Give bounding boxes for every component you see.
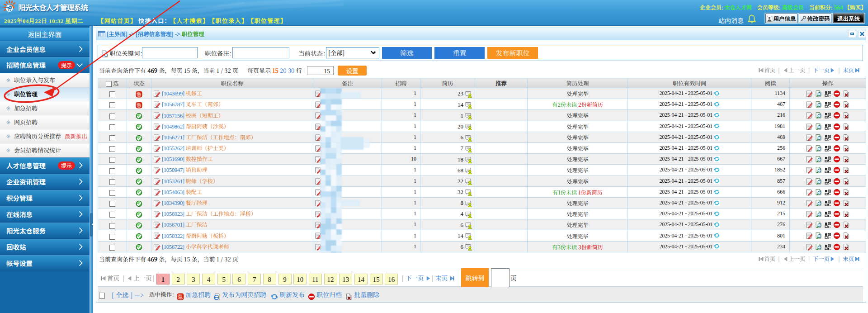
svg-text:G: G xyxy=(8,8,11,12)
svg-text:急: 急 xyxy=(178,293,183,300)
svg-text:急: 急 xyxy=(137,102,142,109)
svg-text:急: 急 xyxy=(137,91,142,98)
